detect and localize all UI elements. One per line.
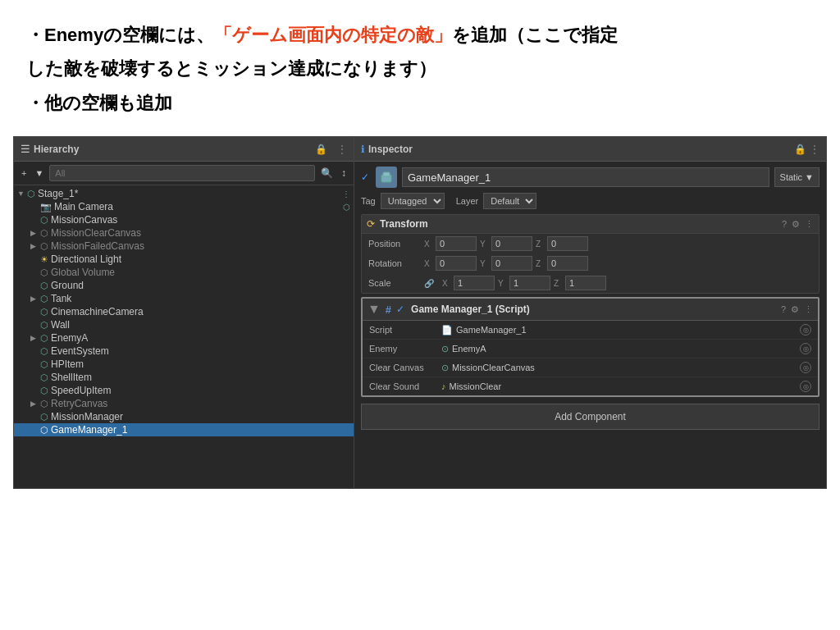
more-icon[interactable]: ⋮ xyxy=(337,144,347,155)
inspector-header: ℹ Inspector 🔒 ⋮ xyxy=(354,137,826,162)
list-item[interactable]: ▶ ⬡ MissionClearCanvas xyxy=(14,226,354,240)
component-active-checkbox[interactable]: ✓ xyxy=(396,304,404,315)
component-header-icons: ? ⚙ ⋮ xyxy=(782,219,814,230)
script-field-target-btn[interactable]: ◎ xyxy=(800,324,811,336)
list-item[interactable]: ⬡ HPItem xyxy=(14,358,354,371)
list-item[interactable]: ⬡ Wall xyxy=(14,318,354,331)
cube-icon: ⬡ xyxy=(40,386,48,396)
static-button[interactable]: Static ▼ xyxy=(774,167,819,187)
cube-icon: ⬡ xyxy=(40,399,48,409)
more-dots-icon[interactable]: ⋮ xyxy=(342,189,350,199)
help-icon[interactable]: ? xyxy=(782,219,787,230)
search-input[interactable] xyxy=(49,165,315,181)
list-item[interactable]: ⬡ SpeedUpItem xyxy=(14,384,354,397)
arrow-icon: ▼ xyxy=(17,189,27,198)
dropdown-button[interactable]: ▼ xyxy=(32,167,46,179)
lock-icon[interactable]: 🔒 xyxy=(315,144,327,155)
cube-icon: ⬡ xyxy=(40,228,48,239)
list-item[interactable]: 📷 Main Camera ⬡ xyxy=(14,200,354,213)
more-icon[interactable]: ⋮ xyxy=(805,219,814,230)
cube-icon: ⬡ xyxy=(40,241,48,252)
cube-icon: ⬡ xyxy=(27,189,35,199)
script-component-header[interactable]: ▼ # ✓ Game Manager_1 (Script) ? ⚙ ⋮ xyxy=(363,299,818,321)
list-item[interactable]: ▶ ⬡ EnemyA xyxy=(14,331,354,345)
settings-icon[interactable]: ⚙ xyxy=(791,304,799,315)
hierarchy-header-icons: 🔒 ⋮ xyxy=(315,144,347,155)
hierarchy-header: ☰ Hierarchy 🔒 ⋮ xyxy=(14,137,354,162)
cube-icon: ⬡ xyxy=(40,412,48,422)
list-item[interactable]: ⬡ CinemachineCamera xyxy=(14,305,354,318)
arrow-icon: ▶ xyxy=(30,242,40,250)
enemy-field-target-btn[interactable]: ◎ xyxy=(800,343,811,354)
rotation-xyz: X Y Z xyxy=(424,256,812,271)
gameobject-name-input[interactable] xyxy=(402,167,769,187)
position-row: Position X Y Z xyxy=(362,234,819,253)
transform-icon: ⟳ xyxy=(367,218,375,230)
list-item[interactable]: ⬡ MissionCanvas xyxy=(14,213,354,226)
scale-xyz: X Y Z xyxy=(442,276,812,290)
cube-icon: ⬡ xyxy=(40,372,48,383)
gameobj-icon: ⊙ xyxy=(441,363,449,373)
tag-select[interactable]: Untagged xyxy=(381,193,445,209)
position-z-input[interactable] xyxy=(547,236,588,251)
light-icon: ☀ xyxy=(40,254,48,265)
camera-icon: 📷 xyxy=(40,202,52,212)
search-icon[interactable]: 🔍 xyxy=(318,167,336,180)
rotation-y-input[interactable] xyxy=(491,256,532,271)
hierarchy-toolbar: + ▼ 🔍 ↕ xyxy=(14,162,354,185)
hash-icon: # xyxy=(386,304,391,316)
arrow-icon: ▶ xyxy=(30,334,40,342)
position-x-input[interactable] xyxy=(436,236,477,251)
inspector-title: Inspector xyxy=(368,144,794,155)
cube-icon: ⬡ xyxy=(40,425,48,436)
settings-icon[interactable]: ⚙ xyxy=(792,219,800,230)
clearcanvas-field-target-btn[interactable]: ◎ xyxy=(800,362,811,373)
active-checkbox[interactable]: ✓ xyxy=(361,171,369,183)
lock-icon[interactable]: 🔒 xyxy=(794,144,806,155)
position-xyz: X Y Z xyxy=(424,236,812,251)
script-field-clear-canvas: Clear Canvas ⊙ MissionClearCanvas ◎ xyxy=(363,358,818,377)
scale-x-input[interactable] xyxy=(454,276,495,290)
sound-icon: ♪ xyxy=(441,381,446,391)
cube-icon: ⬡ xyxy=(40,320,48,331)
list-item[interactable]: ▶ ⬡ Tank xyxy=(14,292,354,305)
script-field-enemy: Enemy ⊙ EnemyA ◎ xyxy=(363,340,818,358)
layer-select[interactable]: Default xyxy=(483,193,536,209)
annotation-line2: した敵を破壊するとミッション達成になります） xyxy=(26,53,814,84)
list-item-gamemanager[interactable]: ⬡ GameManager_1 xyxy=(14,423,354,436)
clearsound-field-target-btn[interactable]: ◎ xyxy=(800,381,811,392)
rotation-z-input[interactable] xyxy=(547,256,588,271)
scale-z-input[interactable] xyxy=(565,276,606,290)
list-item[interactable]: ▶ ⬡ MissionFailedCanvas xyxy=(14,240,354,253)
add-button[interactable]: + xyxy=(19,167,29,179)
info-icon: ℹ xyxy=(361,144,365,155)
gameobject-row: ✓ Static ▼ xyxy=(361,167,819,188)
rotation-x-input[interactable] xyxy=(436,256,477,271)
script-field-script: Script 📄 GameManager_1 ◎ xyxy=(363,321,818,340)
hierarchy-panel: ☰ Hierarchy 🔒 ⋮ + ▼ 🔍 ↕ ▼ ⬡ Stage_1* ⋮ xyxy=(14,137,354,488)
sort-icon[interactable]: ↕ xyxy=(339,167,349,180)
position-y-input[interactable] xyxy=(491,236,532,251)
help-icon[interactable]: ? xyxy=(781,304,786,315)
gameobj-icon: ⊙ xyxy=(441,344,449,354)
list-item[interactable]: ⬡ EventSystem xyxy=(14,345,354,358)
unity-editor: ☰ Hierarchy 🔒 ⋮ + ▼ 🔍 ↕ ▼ ⬡ Stage_1* ⋮ xyxy=(13,136,827,489)
hierarchy-icon: ☰ xyxy=(21,143,30,155)
scale-row: Scale 🔗 X Y Z xyxy=(362,273,819,293)
transform-header[interactable]: ⟳ Transform ? ⚙ ⋮ xyxy=(362,215,819,234)
list-item[interactable]: ▶ ⬡ RetryCanvas xyxy=(14,397,354,410)
list-item[interactable]: ▼ ⬡ Stage_1* ⋮ xyxy=(14,187,354,200)
more-icon[interactable]: ⋮ xyxy=(810,144,819,155)
list-item[interactable]: ⬡ Ground xyxy=(14,279,354,292)
list-item[interactable]: ⬡ Global Volume xyxy=(14,266,354,279)
list-item[interactable]: ⬡ ShellItem xyxy=(14,371,354,384)
scale-y-input[interactable] xyxy=(509,276,550,290)
list-item[interactable]: ☀ Directional Light xyxy=(14,253,354,266)
more-icon[interactable]: ⋮ xyxy=(804,304,813,315)
annotation-line1: ・Enemyの空欄には、「ゲーム画面内の特定の敵」を追加（ここで指定 xyxy=(26,20,814,50)
add-component-button[interactable]: Add Component xyxy=(361,404,819,430)
list-item[interactable]: ⬡ MissionManager xyxy=(14,410,354,423)
cube-icon: ⬡ xyxy=(40,333,48,344)
cube-icon: ⬡ xyxy=(40,346,48,357)
link-icon: 🔗 xyxy=(424,279,434,288)
